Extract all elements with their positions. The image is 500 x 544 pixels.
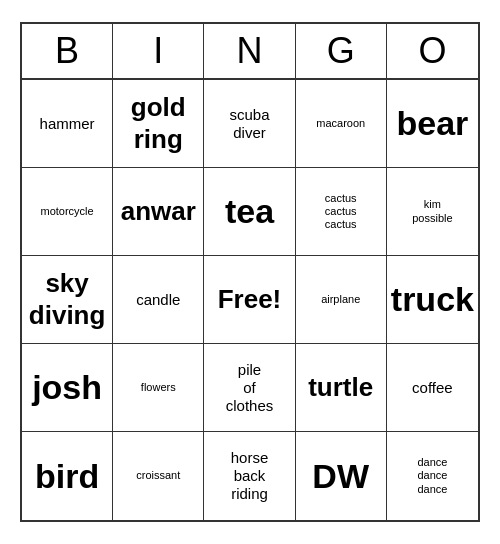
cell-text: macaroon: [316, 117, 365, 130]
bingo-cell: croissant: [113, 432, 204, 520]
bingo-cell: Free!: [204, 256, 295, 344]
header-letter: N: [204, 24, 295, 78]
cell-text: gold ring: [117, 92, 199, 154]
cell-text: DW: [312, 456, 369, 497]
header-letter: I: [113, 24, 204, 78]
cell-text: turtle: [308, 372, 373, 403]
cell-text: cactuscactuscactus: [325, 192, 357, 232]
bingo-cell: DW: [296, 432, 387, 520]
bingo-cell: sky diving: [22, 256, 113, 344]
bingo-cell: gold ring: [113, 80, 204, 168]
cell-text: croissant: [136, 469, 180, 482]
bingo-cell: bear: [387, 80, 478, 168]
cell-text: bird: [35, 456, 99, 497]
bingo-cell: kimpossible: [387, 168, 478, 256]
cell-text: scubadiver: [229, 106, 269, 142]
cell-text: tea: [225, 191, 274, 232]
cell-text: truck: [391, 279, 474, 320]
cell-text: kimpossible: [412, 198, 452, 224]
header-letter: G: [296, 24, 387, 78]
bingo-header: BINGO: [22, 24, 478, 80]
cell-text: motorcycle: [41, 205, 94, 218]
bingo-cell: josh: [22, 344, 113, 432]
cell-text: coffee: [412, 379, 453, 397]
bingo-cell: cactuscactuscactus: [296, 168, 387, 256]
bingo-cell: tea: [204, 168, 295, 256]
bingo-cell: scubadiver: [204, 80, 295, 168]
bingo-cell: truck: [387, 256, 478, 344]
cell-text: anwar: [121, 196, 196, 227]
bingo-cell: flowers: [113, 344, 204, 432]
bingo-cell: turtle: [296, 344, 387, 432]
bingo-cell: bird: [22, 432, 113, 520]
bingo-cell: horsebackriding: [204, 432, 295, 520]
header-letter: B: [22, 24, 113, 78]
cell-text: hammer: [40, 115, 95, 133]
bingo-cell: coffee: [387, 344, 478, 432]
bingo-cell: pileofclothes: [204, 344, 295, 432]
cell-text: josh: [32, 367, 102, 408]
bingo-cell: motorcycle: [22, 168, 113, 256]
bingo-card: BINGO hammergold ringscubadivermacaroonb…: [20, 22, 480, 522]
cell-text: sky diving: [26, 268, 108, 330]
bingo-cell: dancedancedance: [387, 432, 478, 520]
cell-text: pileofclothes: [226, 361, 274, 415]
cell-text: airplane: [321, 293, 360, 306]
bingo-cell: macaroon: [296, 80, 387, 168]
cell-text: horsebackriding: [231, 449, 269, 503]
bingo-cell: anwar: [113, 168, 204, 256]
cell-text: Free!: [218, 284, 282, 315]
cell-text: bear: [396, 103, 468, 144]
cell-text: dancedancedance: [417, 456, 447, 496]
cell-text: candle: [136, 291, 180, 309]
bingo-cell: airplane: [296, 256, 387, 344]
bingo-grid: hammergold ringscubadivermacaroonbearmot…: [22, 80, 478, 520]
bingo-cell: hammer: [22, 80, 113, 168]
header-letter: O: [387, 24, 478, 78]
bingo-cell: candle: [113, 256, 204, 344]
cell-text: flowers: [141, 381, 176, 394]
